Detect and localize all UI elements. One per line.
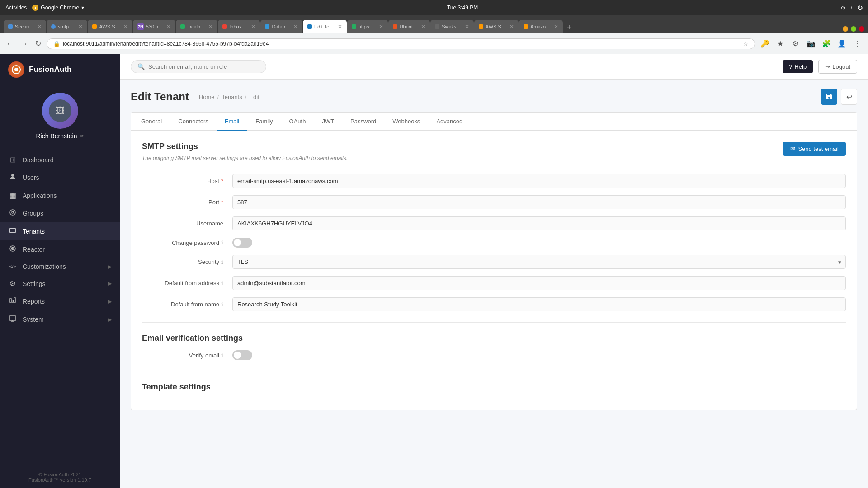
change-password-toggle[interactable] [232, 238, 252, 248]
power-icon[interactable]: ⏻ [857, 5, 863, 11]
username-row: Username [142, 216, 846, 230]
extensions-icon[interactable]: 🔑 [759, 38, 771, 50]
default-from-address-input[interactable] [232, 276, 846, 290]
activities-label[interactable]: Activities [5, 5, 27, 11]
sidebar-item-label-reactor: Reactor [23, 246, 45, 253]
verify-email-toggle[interactable] [232, 350, 252, 360]
bookmark-star-icon[interactable]: ★ [774, 38, 787, 50]
port-input[interactable] [232, 195, 846, 209]
breadcrumb-tenants[interactable]: Tenants [222, 94, 242, 100]
tab-close-database[interactable]: ✕ [293, 23, 298, 30]
sidebar-item-reports[interactable]: Reports ▶ [0, 292, 120, 310]
close-button[interactable] [859, 26, 864, 32]
security-select[interactable]: None SSL TLS [232, 255, 846, 269]
save-button[interactable] [821, 89, 837, 105]
tab-close-ubuntu[interactable]: ✕ [421, 23, 425, 30]
logout-button[interactable]: ↪ Logout [818, 60, 857, 74]
tab-family[interactable]: Family [247, 113, 281, 131]
browser-tab-smtp[interactable]: smtp ... ✕ [47, 20, 87, 33]
tab-jwt[interactable]: JWT [314, 113, 342, 131]
new-tab-button[interactable]: + [563, 21, 575, 33]
tab-close-amazon[interactable]: ✕ [554, 23, 558, 30]
help-button[interactable]: ? Help [783, 60, 813, 73]
edit-profile-icon[interactable]: ✏ [80, 133, 84, 139]
sidebar-item-applications[interactable]: ▦ Applications [0, 187, 120, 204]
screenshot-icon[interactable]: 📷 [805, 38, 817, 50]
browser-tab-amazon[interactable]: Amazo... ✕ [519, 20, 563, 33]
browser-tab-localhost[interactable]: localh... ✕ [176, 20, 217, 33]
tab-close-inbox[interactable]: ✕ [251, 23, 255, 30]
tab-oauth[interactable]: OAuth [281, 113, 314, 131]
browser-tab-530[interactable]: 7N 530 a... ✕ [133, 20, 176, 33]
browser-tab-database[interactable]: Datab... ✕ [260, 20, 302, 33]
sidebar-item-settings[interactable]: ⚙ Settings ▶ [0, 275, 120, 292]
browser-tab-aws2[interactable]: AWS S... ✕ [474, 20, 519, 33]
tab-connectors[interactable]: Connectors [170, 113, 216, 131]
back-button[interactable]: ← [5, 38, 15, 50]
tab-close-localhost[interactable]: ✕ [208, 23, 213, 30]
browser-tab-swaks[interactable]: Swaks... ✕ [430, 20, 474, 33]
send-test-email-button[interactable]: ✉ Send test email [783, 142, 846, 156]
tab-close-security[interactable]: ✕ [37, 23, 42, 30]
host-input[interactable] [232, 174, 846, 188]
sound-icon: ♪ [850, 5, 853, 11]
section-divider-1 [142, 322, 846, 323]
profile-icon[interactable]: 👤 [835, 38, 848, 50]
verify-email-toggle-track [232, 350, 252, 360]
sidebar-item-reactor[interactable]: Reactor [0, 240, 120, 258]
chrome-indicator[interactable]: ● Google Chrome ▾ [32, 5, 84, 11]
search-bar[interactable]: 🔍 [131, 60, 266, 73]
sidebar-item-label-dashboard: Dashboard [23, 156, 54, 164]
browser-tab-ubuntu[interactable]: Ubunt... ✕ [388, 20, 430, 33]
sidebar-item-users[interactable]: Users [0, 169, 120, 187]
browser-tab-inbox[interactable]: Inbox ... ✕ [218, 20, 260, 33]
svg-rect-14 [14, 298, 15, 302]
tab-email[interactable]: Email [217, 113, 248, 131]
security-info-icon[interactable]: ℹ [221, 259, 223, 265]
sidebar-item-tenants[interactable]: Tenants [0, 222, 120, 240]
settings-icon[interactable]: ⚙ [789, 38, 802, 50]
verify-email-info-icon[interactable]: ℹ [221, 352, 223, 358]
tab-close-smtp[interactable]: ✕ [78, 23, 83, 30]
chevron-customizations: ▶ [108, 264, 112, 270]
change-password-info-icon[interactable]: ℹ [221, 239, 223, 246]
forward-button[interactable]: → [19, 38, 30, 50]
address-text: localhost:9011/admin/tenant/edit?tenantI… [63, 41, 741, 47]
sidebar-item-customizations[interactable]: </> Customizations ▶ [0, 258, 120, 275]
from-name-info-icon[interactable]: ℹ [221, 301, 223, 308]
cancel-button[interactable]: ↩ [841, 89, 857, 105]
refresh-button[interactable]: ↻ [33, 38, 43, 50]
address-bar[interactable]: 🔒 localhost:9011/admin/tenant/edit?tenan… [47, 38, 755, 49]
default-from-address-row: Default from address ℹ [142, 276, 846, 290]
maximize-button[interactable] [851, 26, 856, 32]
breadcrumb-home[interactable]: Home [199, 94, 215, 100]
browser-tab-aws1[interactable]: AWS S... ✕ [88, 20, 132, 33]
tab-general[interactable]: General [133, 113, 170, 131]
browser-tab-edit-tenant[interactable]: Edit Te... ✕ [303, 20, 347, 33]
settings-panel: General Connectors Email Family OAuth JW… [131, 112, 857, 410]
search-input[interactable] [148, 63, 259, 70]
default-from-name-input[interactable] [232, 297, 846, 311]
browser-tab-security[interactable]: Securi... ✕ [4, 20, 46, 33]
tab-close-aws1[interactable]: ✕ [123, 23, 128, 30]
tab-webhooks[interactable]: Webhooks [384, 113, 428, 131]
bookmark-icon[interactable]: ☆ [743, 41, 748, 47]
chrome-menu-arrow[interactable]: ▾ [81, 5, 84, 11]
sidebar-item-dashboard[interactable]: ⊞ Dashboard [0, 151, 120, 169]
sidebar-item-groups[interactable]: Groups [0, 204, 120, 222]
tab-password[interactable]: Password [342, 113, 384, 131]
groups-icon [8, 209, 17, 218]
tab-advanced[interactable]: Advanced [428, 113, 471, 131]
tab-close-swaks[interactable]: ✕ [465, 23, 469, 30]
username-input[interactable] [232, 216, 846, 230]
tab-close-https[interactable]: ✕ [379, 23, 383, 30]
minimize-button[interactable] [843, 26, 848, 32]
from-address-info-icon[interactable]: ℹ [221, 280, 223, 286]
browser-tab-https[interactable]: https:... ✕ [347, 20, 388, 33]
tab-close-aws2[interactable]: ✕ [509, 23, 514, 30]
menu-icon[interactable]: ⋮ [851, 38, 863, 50]
tab-close-edit-tenant[interactable]: ✕ [338, 23, 342, 30]
extensions-icon2[interactable]: 🧩 [820, 38, 833, 50]
tab-close-530[interactable]: ✕ [166, 23, 171, 30]
sidebar-item-system[interactable]: System ▶ [0, 310, 120, 328]
